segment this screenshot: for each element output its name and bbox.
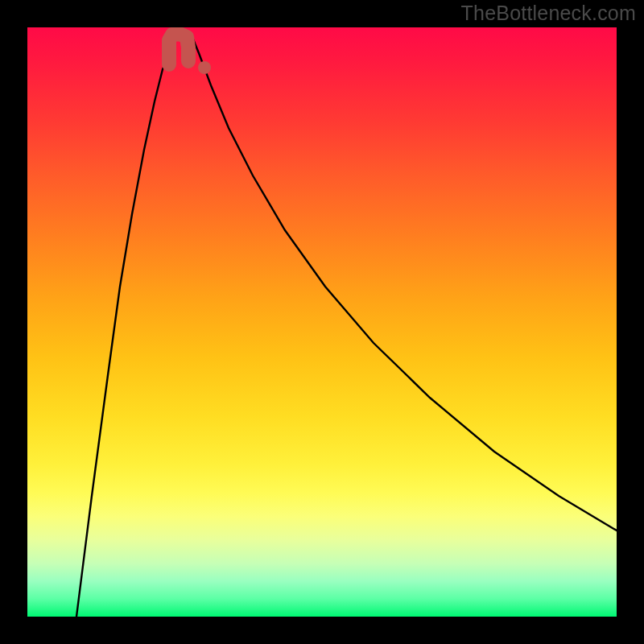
chart-frame: TheBottleneck.com: [0, 0, 644, 644]
optimum-u-marker: [169, 34, 188, 64]
plot-area: [27, 27, 617, 617]
optimum-dot: [198, 61, 211, 74]
left-curve: [76, 35, 180, 617]
watermark-text: TheBottleneck.com: [461, 2, 636, 25]
right-curve: [192, 35, 617, 530]
curves-svg: [27, 27, 617, 617]
